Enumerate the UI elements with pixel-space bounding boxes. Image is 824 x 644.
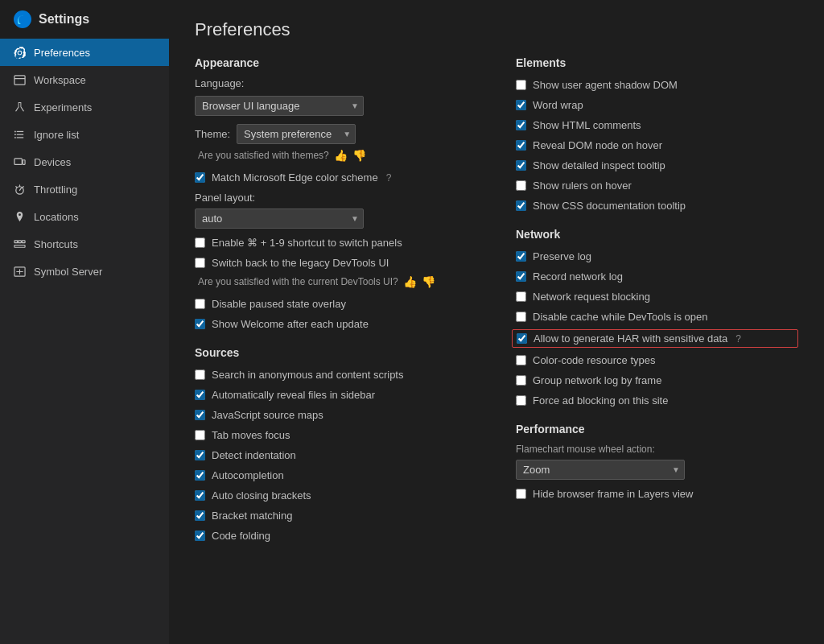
checkbox-label: Autocompletion [212, 469, 284, 481]
checkbox-label: Show CSS documentation tooltip [533, 200, 686, 212]
sidebar-item-label: Shortcuts [34, 238, 78, 250]
svg-line-12 [19, 188, 21, 190]
panel-layout-select[interactable]: auto [195, 208, 364, 229]
checkbox-input[interactable] [195, 410, 205, 420]
checkbox-label: Show rulers on hover [533, 180, 632, 192]
show-welcome-checkbox[interactable] [195, 319, 205, 329]
sidebar-item-locations[interactable]: Locations [0, 203, 169, 230]
checkbox-label: Color-code resource types [533, 354, 655, 366]
sidebar-item-throttling[interactable]: Throttling [0, 175, 169, 203]
sidebar-item-experiments[interactable]: Experiments [0, 93, 169, 121]
checkbox-label: Show detailed inspect tooltip [533, 159, 665, 171]
sidebar-item-shortcuts[interactable]: Shortcuts [0, 230, 169, 258]
checkbox-input[interactable] [195, 430, 205, 440]
checkbox-input[interactable] [516, 180, 526, 191]
svg-point-0 [14, 10, 31, 28]
theme-select-wrapper[interactable]: System preference ▼ [237, 124, 356, 144]
svg-rect-3 [16, 130, 23, 131]
sidebar-title: Settings [39, 12, 89, 27]
checkbox-input[interactable] [195, 510, 205, 521]
devtools-thumbs-up-icon[interactable]: 👍 [403, 275, 417, 288]
checkbox-row: Auto closing brackets [195, 488, 477, 503]
hide-browser-checkbox[interactable] [516, 489, 526, 499]
checkbox-input[interactable] [195, 490, 205, 501]
checkbox-input[interactable] [516, 395, 526, 406]
checkbox-input[interactable] [516, 200, 526, 211]
sidebar-item-workspace[interactable]: Workspace [0, 66, 169, 93]
checkbox-input[interactable] [516, 375, 526, 386]
disable-paused-checkbox[interactable] [195, 299, 205, 309]
checkbox-row: Search in anonymous and content scripts [195, 367, 477, 382]
thumbs-down-icon[interactable]: 👎 [352, 149, 366, 162]
checkbox-input[interactable] [195, 390, 205, 400]
panel-layout-select-wrapper[interactable]: auto ▼ [195, 208, 364, 229]
sidebar-item-ignore-list[interactable]: Ignore list [0, 121, 169, 148]
checkbox-row: JavaScript source maps [195, 407, 477, 423]
language-select-wrapper[interactable]: Browser UI language ▼ [195, 96, 364, 116]
checkbox-label: Allow to generate HAR with sensitive dat… [534, 332, 727, 345]
checkbox-input[interactable] [517, 333, 527, 344]
checkbox-input[interactable] [516, 140, 526, 151]
checkbox-row: Bracket matching [195, 508, 477, 523]
checkbox-input[interactable] [516, 291, 526, 302]
sidebar-item-label: Locations [34, 211, 79, 223]
checkbox-input[interactable] [195, 450, 205, 460]
window-icon [13, 73, 26, 86]
checkbox-input[interactable] [516, 160, 526, 171]
checkbox-label: Detect indentation [212, 449, 296, 461]
thumbs-up-icon[interactable]: 👍 [334, 149, 348, 162]
checkbox-input[interactable] [195, 369, 205, 380]
svg-rect-10 [23, 159, 25, 164]
help-icon[interactable]: ? [735, 333, 741, 345]
sidebar-item-label: Symbol Server [34, 266, 102, 278]
theme-select[interactable]: System preference [237, 124, 356, 144]
checkbox-input[interactable] [516, 251, 526, 262]
checkbox-row: Group network log by frame [516, 373, 798, 388]
right-column: Elements Show user agent shadow DOMWord … [516, 56, 798, 558]
page-title: Preferences [195, 19, 798, 40]
enable-shortcut-checkbox[interactable] [195, 237, 205, 248]
devtools-thumbs-down-icon[interactable]: 👎 [422, 275, 435, 288]
switch-legacy-label: Switch back to the legacy DevTools UI [212, 257, 389, 269]
flask-icon [13, 101, 26, 114]
checkbox-label: Disable cache while DevTools is open [533, 311, 708, 323]
checkbox-label: Show HTML comments [533, 119, 641, 131]
flamechart-select-wrapper[interactable]: Zoom ▼ [516, 460, 685, 480]
sidebar-item-devices[interactable]: Devices [0, 148, 169, 175]
flamechart-select[interactable]: Zoom [516, 460, 685, 480]
sidebar-item-label: Experiments [34, 101, 92, 114]
switch-legacy-checkbox[interactable] [195, 258, 205, 268]
match-edge-checkbox[interactable] [195, 172, 205, 183]
checkbox-input[interactable] [516, 355, 526, 365]
checkbox-row: Code folding [195, 528, 477, 543]
flamechart-label: Flamechart mouse wheel action: [516, 444, 798, 455]
checkbox-input[interactable] [516, 271, 526, 282]
svg-rect-9 [14, 158, 21, 164]
sidebar: Settings Preferences Workspace Experimen… [0, 0, 169, 644]
checkbox-row: Show rulers on hover [516, 178, 798, 193]
theme-label: Theme: [195, 128, 230, 140]
elements-checkboxes: Show user agent shadow DOMWord wrapShow … [516, 77, 798, 213]
svg-rect-15 [22, 240, 25, 242]
checkbox-input[interactable] [195, 530, 205, 541]
sidebar-item-preferences[interactable]: Preferences [0, 39, 169, 66]
checkbox-row: Show detailed inspect tooltip [516, 158, 798, 173]
checkbox-input[interactable] [516, 80, 526, 90]
enable-shortcut-label: Enable ⌘ + 1-9 shortcut to switch panels [212, 237, 402, 249]
checkbox-input[interactable] [516, 120, 526, 130]
language-row: Language: [195, 77, 477, 89]
svg-rect-16 [14, 245, 24, 247]
language-select[interactable]: Browser UI language [195, 96, 364, 116]
checkbox-input[interactable] [516, 100, 526, 110]
sidebar-item-label: Preferences [34, 47, 90, 59]
theme-satisfaction-row: Are you satisfied with themes? 👍 👎 [195, 149, 477, 162]
disable-paused-label: Disable paused state overlay [212, 298, 346, 310]
checkbox-input[interactable] [195, 470, 205, 481]
checkbox-label: Preserve log [533, 250, 591, 262]
switch-legacy-row: Switch back to the legacy DevTools UI [195, 255, 477, 270]
match-edge-help-icon[interactable]: ? [386, 172, 392, 184]
svg-rect-13 [14, 240, 17, 242]
checkbox-input[interactable] [516, 312, 526, 322]
sidebar-item-symbol-server[interactable]: Symbol Server [0, 258, 169, 285]
sidebar-item-label: Workspace [34, 74, 86, 86]
